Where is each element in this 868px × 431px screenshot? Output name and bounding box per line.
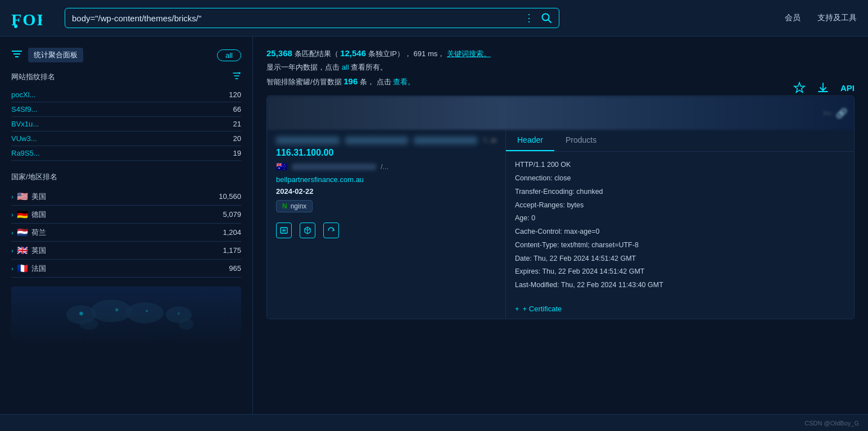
search-input[interactable]	[72, 13, 524, 23]
logo: FOFA	[11, 6, 42, 30]
list-item[interactable]: › 🇬🇧 英国 1,175	[11, 242, 241, 260]
search-button[interactable]	[541, 12, 552, 24]
chain-icon: 🔗	[836, 108, 847, 119]
domain-link[interactable]: bellpartnersfinance.com.au	[276, 175, 364, 184]
ip-address: 116.31.100.00	[276, 148, 496, 158]
domain-row: 🇦🇺 /...	[276, 161, 496, 172]
honeypot-count: 196	[343, 76, 358, 86]
chevron-icon: ›	[11, 193, 13, 200]
card-banner: tru... 🔗	[267, 96, 854, 130]
server-badge: N nginx	[276, 200, 313, 212]
bottom-bar: CSDN @OIdBoy_G	[0, 414, 868, 431]
world-map	[11, 287, 241, 343]
tab-bar: Header Products	[506, 130, 854, 152]
country-list: › 🇺🇸 美国 10,560 › 🇩🇪 德国 5,079 › 🇳🇱 荷兰 1,2…	[11, 188, 241, 278]
stats-panel-button[interactable]: 统计聚合面板	[28, 48, 83, 62]
api-button[interactable]: API	[840, 81, 855, 94]
svg-point-16	[146, 310, 148, 312]
card-body: T...M 116.31.100.00 🇦🇺 /... bellpartners…	[267, 130, 854, 319]
all-badge[interactable]: all	[217, 49, 241, 61]
filter-icon	[11, 49, 22, 61]
list-item[interactable]: › 🇺🇸 美国 10,560	[11, 188, 241, 206]
svg-point-15	[115, 308, 118, 311]
tab-header[interactable]: Header	[506, 130, 554, 151]
fingerprint-filter-icon[interactable]	[232, 71, 241, 82]
cube-icon[interactable]	[300, 223, 315, 238]
fingerprint-list: pocXl... 120 S4Sf9... 66 BVx1u... 21 VUw…	[11, 88, 241, 161]
credit-text: CSDN @OIdBoy_G	[804, 420, 859, 427]
nav-right: 会员 支持及工具	[785, 13, 857, 23]
download-button[interactable]	[817, 81, 829, 94]
fingerprint-section-title: 网站指纹排名	[11, 71, 241, 82]
svg-point-7	[239, 72, 241, 74]
all-link[interactable]: all	[342, 63, 349, 71]
list-item[interactable]: › 🇫🇷 法国 965	[11, 260, 241, 278]
results-area: API 25,368 条匹配结果（ 12,546 条独立IP）， 691 ms，…	[253, 37, 868, 414]
svg-line-3	[548, 20, 551, 22]
top-actions: API	[793, 81, 855, 94]
svg-point-1	[14, 25, 17, 28]
result-card: tru... 🔗 T...M 116.31.100.00	[266, 96, 855, 319]
chevron-icon: ›	[11, 265, 13, 272]
svg-point-10	[126, 302, 164, 323]
unique-ip-count: 12,546	[340, 48, 366, 58]
tab-products[interactable]: Products	[554, 130, 608, 151]
result-date: 2024-02-22	[276, 187, 496, 196]
results-summary: 25,368 条匹配结果（ 12,546 条独立IP）， 691 ms， 关键词…	[266, 46, 855, 89]
star-button[interactable]	[793, 81, 806, 94]
svg-point-12	[179, 319, 194, 330]
result-total: 25,368	[266, 48, 292, 58]
chevron-icon: ›	[11, 211, 13, 218]
card-action-icons	[276, 218, 496, 243]
card-left: T...M 116.31.100.00 🇦🇺 /... bellpartners…	[267, 130, 505, 319]
sidebar: 统计聚合面板 all 网站指纹排名 pocXl... 120	[0, 37, 253, 414]
card-right: Header Products HTTP/1.1 200 OK Connecti…	[505, 130, 854, 319]
chevron-icon: ›	[11, 229, 13, 236]
svg-point-17	[178, 312, 180, 315]
honeypot-link[interactable]: 查看。	[393, 78, 415, 86]
list-item[interactable]: › 🇳🇱 荷兰 1,204	[11, 224, 241, 242]
refresh-icon[interactable]	[323, 223, 339, 238]
svg-point-13	[79, 319, 98, 330]
list-item[interactable]: BVx1u... 21	[11, 117, 241, 131]
options-icon[interactable]: ⋮	[524, 12, 534, 24]
list-item[interactable]: S4Sf9... 66	[11, 102, 241, 117]
country-section-title: 国家/地区排名	[11, 172, 241, 182]
sidebar-header: 统计聚合面板 all	[11, 48, 241, 62]
header-content: HTTP/1.1 200 OK Connection: close Transf…	[506, 152, 854, 299]
keyword-search-link[interactable]: 关键词搜索。	[447, 49, 491, 58]
svg-point-14	[79, 312, 83, 316]
card-title-blurred: T...M	[276, 137, 496, 144]
nav-member[interactable]: 会员	[785, 13, 801, 23]
list-item[interactable]: pocXl... 120	[11, 88, 241, 102]
certificate-link[interactable]: + + Certificate	[506, 299, 854, 319]
screenshot-icon[interactable]	[276, 223, 292, 238]
header: FOFA ⋮ 会员 支持及工具	[0, 0, 868, 37]
svg-point-9	[91, 300, 132, 322]
list-item[interactable]: VUw3... 20	[11, 131, 241, 146]
list-item[interactable]: › 🇩🇪 德国 5,079	[11, 206, 241, 224]
search-bar: ⋮	[65, 8, 559, 28]
chevron-icon: ›	[11, 247, 13, 254]
nav-support[interactable]: 支持及工具	[817, 13, 857, 23]
list-item[interactable]: Ra9S5... 19	[11, 146, 241, 161]
